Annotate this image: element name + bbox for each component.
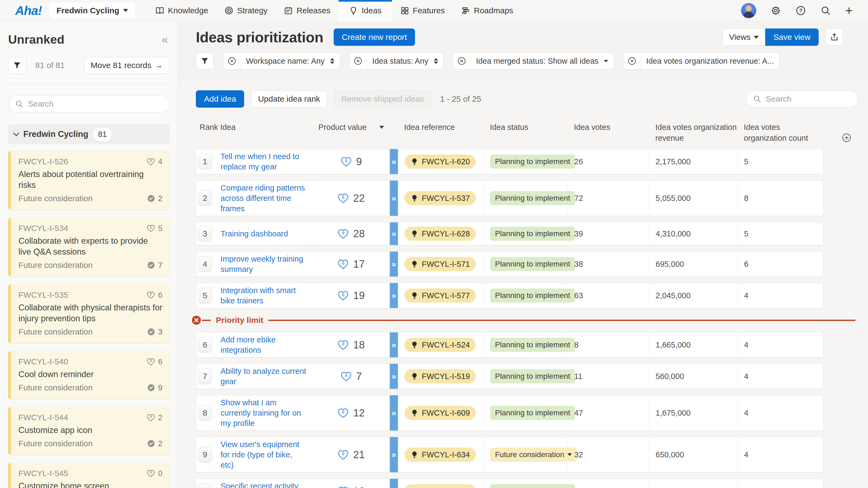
heart-votes-icon: # [146,157,155,166]
idea-reference-chip[interactable]: FWCYL-I-628 [404,227,476,241]
rank-handle[interactable]: 5 [198,288,212,303]
rank-handle[interactable]: 8 [198,405,212,421]
col-header-product-value[interactable]: Product value [312,120,390,134]
idea-card[interactable]: FWCYL-I-535 # 6 Collaborate with physica… [8,284,169,343]
expand-column-bar[interactable]: » [390,332,398,357]
collapse-sidebar-icon[interactable]: « [162,33,168,46]
filter-chip-workspace[interactable]: Workspace name: Any [223,53,340,69]
expand-column-bar[interactable]: » [390,283,398,308]
idea-card[interactable]: FWCYL-I-540 # 6 Cool down reminder Futur… [8,351,169,399]
idea-link[interactable]: Specific recent activity type for groups [220,481,312,488]
expand-column-bar[interactable]: » [390,222,398,245]
remove-filter-icon[interactable] [223,53,241,69]
idea-card[interactable]: FWCYL-I-544 # 2 Customize app icon Futur… [8,407,169,455]
org-count-cell: 4 [738,364,824,389]
add-idea-button[interactable]: Add idea [196,90,244,108]
idea-reference-chip[interactable]: FWCYL-I-609 [404,406,476,420]
rank-handle[interactable]: 4 [198,256,212,272]
tab-features[interactable]: Features [392,0,453,21]
idea-reference-chip[interactable]: FWCYL-I-519 [404,369,476,383]
share-button[interactable] [826,29,843,46]
workspace-switcher[interactable]: Fredwin Cycling [50,3,135,19]
lightbulb-icon [410,158,418,166]
priority-limit-remove-icon[interactable] [191,315,202,326]
rank-handle[interactable]: 7 [198,368,212,384]
idea-id: FWCYL-I-545 [19,469,68,478]
expand-column-bar[interactable]: » [390,395,398,430]
save-view-button[interactable]: Save view [765,29,818,46]
rank-handle[interactable]: 3 [198,226,212,241]
tab-roadmaps[interactable]: Roadmaps [453,0,521,21]
idea-reference-chip[interactable]: FWCYL-I-577 [404,289,476,302]
rank-handle[interactable]: 1 [198,154,212,169]
remove-filter-icon[interactable] [623,53,641,69]
rank-handle[interactable]: 10 [198,483,212,488]
expand-column-bar[interactable]: » [390,479,398,488]
endorsement-count: 2 [147,439,162,448]
add-icon[interactable]: + [845,4,853,17]
idea-link[interactable]: Show what I am currently training for on… [220,397,312,428]
search-icon[interactable] [820,5,831,16]
idea-id: FWCYL-I-526 [19,157,68,166]
rank-handle[interactable]: 9 [198,447,212,462]
rank-handle[interactable]: 6 [198,337,212,353]
idea-card[interactable]: FWCYL-I-545 # 0 Customize home screen Fu… [8,463,169,488]
idea-reference-chip[interactable]: FWCYL-I-524 [404,338,476,352]
tab-strategy[interactable]: Strategy [216,0,276,21]
rank-handle[interactable]: 2 [198,190,212,206]
add-column-icon[interactable] [841,133,852,143]
idea-link[interactable]: View user's equipment for ride (type of … [220,439,312,470]
heart-score-icon: # [337,338,349,351]
idea-link[interactable]: Add more ebike integrations [220,334,312,355]
sidebar-search-input[interactable] [28,99,163,108]
move-records-button[interactable]: Move 81 records → [84,57,169,74]
expand-column-bar[interactable]: » [390,364,398,389]
remove-filter-icon[interactable] [350,53,367,69]
idea-status-pill[interactable]: Future consideration [490,448,577,462]
idea-link[interactable]: Compare riding patterns across different… [220,183,312,214]
expand-column-bar[interactable]: » [390,149,398,174]
tab-ideas[interactable]: Ideas [339,0,392,21]
gear-icon[interactable] [770,5,781,16]
filter-chip-org-revenue[interactable]: Idea votes organization revenue: A... [623,53,780,69]
idea-reference-chip[interactable]: FWCYL-I-634 [404,448,476,462]
sidebar-filter-button[interactable] [8,57,26,74]
tab-releases[interactable]: Releases [276,0,339,21]
report-filter-button[interactable] [196,53,214,69]
idea-status-pill: Planning to implement [490,257,575,271]
vote-count: # 5 [146,224,162,233]
idea-reference-chip[interactable]: FWCYL-I-537 [404,191,476,205]
chevron-down-icon [754,36,759,39]
idea-link[interactable]: Integration with smart bike trainers [220,285,312,306]
filter-chip-merged-status[interactable]: Idea merged status: Show all ideas [453,53,614,69]
org-count-cell: 4 [738,283,824,308]
aha-logo[interactable]: Aha! [15,3,42,18]
vote-count: # 4 [146,157,162,166]
idea-link[interactable]: Improve weekly training summary [220,254,312,274]
idea-link[interactable]: Training dashboard [220,229,293,239]
heart-votes-icon: # [146,224,155,233]
product-value-cell: # 12 [312,479,390,488]
table-search-input[interactable] [766,94,868,104]
views-button[interactable]: Views [722,29,765,46]
user-avatar[interactable] [741,3,756,18]
idea-card[interactable]: FWCYL-I-526 # 4 Alerts about potential o… [8,151,169,209]
idea-reference-chip[interactable]: FWCYL-I-612 [404,484,476,488]
heart-score-icon: # [337,258,349,270]
filter-chip-idea-status[interactable]: Idea status: Any [349,53,444,69]
idea-reference-chip[interactable]: FWCYL-I-571 [404,257,476,271]
double-chevron-icon: » [392,487,396,488]
workspace-group-header[interactable]: Fredwin Cycling 81 [8,124,169,144]
expand-column-bar[interactable]: » [390,252,398,276]
tab-knowledge[interactable]: Knowledge [147,0,216,21]
remove-filter-icon[interactable] [453,53,471,69]
expand-column-bar[interactable]: » [390,437,398,472]
idea-reference-chip[interactable]: FWCYL-I-620 [404,155,476,169]
expand-column-bar[interactable]: » [390,181,398,216]
idea-card[interactable]: FWCYL-I-534 # 5 Collaborate with experts… [8,218,169,276]
create-new-report-button[interactable]: Create new report [334,29,415,46]
idea-link[interactable]: Tell me when I need to replace my gear [220,151,312,172]
help-icon[interactable]: ? [795,5,806,16]
update-idea-rank-button[interactable]: Update idea rank [251,91,327,107]
idea-link[interactable]: Ability to analyze current gear [220,366,312,387]
